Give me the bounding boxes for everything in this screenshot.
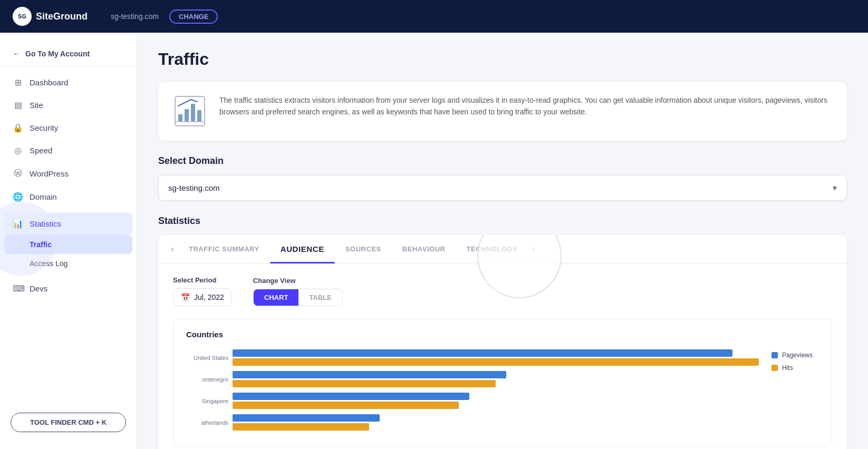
sidebar-subitem-traffic[interactable]: Traffic xyxy=(4,235,132,254)
go-to-account-link[interactable]: ← Go To My Account xyxy=(0,41,137,67)
bar-label: United States xyxy=(186,355,228,361)
sidebar-item-security[interactable]: 🔒 Security xyxy=(0,116,137,139)
svg-rect-4 xyxy=(197,110,201,122)
logo-area: SG SiteGround xyxy=(13,7,88,26)
bar-group xyxy=(233,371,759,387)
tabs-bar: ‹ TRAFFIC SUMMARY AUDIENCE SOURCES BEHAV… xyxy=(158,235,847,263)
pageviews-bar xyxy=(233,393,469,400)
bar-row: Singapore xyxy=(186,393,759,409)
change-view-label: Change View xyxy=(253,277,343,285)
bar-group xyxy=(233,349,759,366)
sidebar-item-site[interactable]: ▤ Site xyxy=(0,94,137,116)
pageviews-bar xyxy=(233,414,380,422)
statistics-panel: ‹ TRAFFIC SUMMARY AUDIENCE SOURCES BEHAV… xyxy=(158,235,847,449)
logo-text: SiteGround xyxy=(36,11,88,22)
hits-label: Hits xyxy=(782,364,793,372)
pageviews-label: Pageviews xyxy=(782,352,813,359)
statistics-icon: 📊 xyxy=(13,219,23,229)
countries-title: Countries xyxy=(186,330,819,339)
domain-select[interactable]: sg-testing.com ▾ xyxy=(158,175,847,201)
bar-row: United States xyxy=(186,349,759,366)
countries-chart: Countries United StatesontenegroSingapor… xyxy=(173,319,832,447)
period-value: Jul, 2022 xyxy=(194,293,224,301)
sidebar: ← Go To My Account ⊞ Dashboard ▤ Site 🔒 … xyxy=(0,33,137,449)
sidebar-subitem-access-log[interactable]: Access Log xyxy=(0,254,137,273)
sidebar-item-devs[interactable]: ⌨ Devs xyxy=(0,277,137,300)
hits-bar xyxy=(233,380,496,387)
speed-icon: ◎ xyxy=(13,145,23,155)
devs-icon: ⌨ xyxy=(13,284,23,294)
controls-row: Select Period 📅 Jul, 2022 Change View CH… xyxy=(173,276,832,306)
sidebar-item-wordpress[interactable]: Ⓦ WordPress xyxy=(0,162,137,186)
chart-view-button[interactable]: CHART xyxy=(254,289,299,306)
dropdown-arrow-icon: ▾ xyxy=(833,183,837,193)
change-domain-button[interactable]: CHANGE xyxy=(169,9,218,24)
sidebar-item-speed[interactable]: ◎ Speed xyxy=(0,139,137,162)
view-control: Change View CHART TABLE xyxy=(253,277,343,306)
bar-row: atherlands xyxy=(186,414,759,431)
period-control: Select Period 📅 Jul, 2022 xyxy=(173,276,232,306)
tab-sources[interactable]: SOURCES xyxy=(335,236,392,262)
sidebar-item-statistics[interactable]: 📊 Statistics xyxy=(4,212,132,235)
table-view-button[interactable]: TABLE xyxy=(298,289,342,306)
bar-group xyxy=(233,393,759,409)
domain-icon: 🌐 xyxy=(13,192,23,202)
svg-rect-1 xyxy=(178,114,182,122)
view-toggle: CHART TABLE xyxy=(253,289,343,306)
legend-pageviews: Pageviews xyxy=(771,352,819,359)
tab-technology[interactable]: TECHNOLOGY xyxy=(456,236,528,262)
security-icon: 🔒 xyxy=(13,123,23,133)
bar-group xyxy=(233,414,759,431)
wordpress-icon: Ⓦ xyxy=(13,168,23,179)
legend-hits: Hits xyxy=(771,364,819,372)
tool-finder-button[interactable]: TOOL FINDER CMD + K xyxy=(11,413,126,432)
bar-label: ontenegro xyxy=(186,376,228,383)
tab-behaviour[interactable]: BEHAVIOUR xyxy=(392,236,456,262)
bars-container: United StatesontenegroSingaporeatherland… xyxy=(186,349,759,436)
bar-label: Singapore xyxy=(186,398,228,404)
selected-domain-value: sg-testing.com xyxy=(168,183,220,192)
svg-rect-2 xyxy=(185,109,189,122)
svg-rect-3 xyxy=(191,104,195,122)
pageviews-bar xyxy=(233,349,732,357)
domain-label: sg-testing.com xyxy=(111,12,159,21)
tab-prev-arrow[interactable]: ‹ xyxy=(167,243,178,255)
hits-bar xyxy=(233,423,369,431)
traffic-chart-icon xyxy=(173,94,207,128)
top-nav: SG SiteGround sg-testing.com CHANGE xyxy=(0,0,868,33)
tab-audience[interactable]: AUDIENCE xyxy=(270,235,335,263)
sidebar-item-dashboard[interactable]: ⊞ Dashboard xyxy=(0,71,137,94)
stats-content: Select Period 📅 Jul, 2022 Change View CH… xyxy=(158,263,847,449)
logo-icon: SG xyxy=(13,7,32,26)
tab-next-arrow[interactable]: › xyxy=(528,243,539,255)
statistics-section-label: Statistics xyxy=(158,216,847,227)
dashboard-icon: ⊞ xyxy=(13,77,23,87)
period-input[interactable]: 📅 Jul, 2022 xyxy=(173,288,232,306)
bar-label: atherlands xyxy=(186,419,228,426)
sidebar-item-domain[interactable]: 🌐 Domain xyxy=(0,186,137,208)
calendar-icon: 📅 xyxy=(181,293,190,301)
pageviews-bar xyxy=(233,371,506,378)
main-content: Traffic The traffic statistics extracts … xyxy=(137,33,868,449)
tab-traffic-summary[interactable]: TRAFFIC SUMMARY xyxy=(178,236,270,262)
bar-row: ontenegro xyxy=(186,371,759,387)
info-card: The traffic statistics extracts visitors… xyxy=(158,82,847,141)
pageviews-dot xyxy=(771,352,778,358)
page-title: Traffic xyxy=(158,50,847,69)
hits-bar xyxy=(233,402,459,409)
chart-area: United StatesontenegroSingaporeatherland… xyxy=(186,349,819,436)
select-domain-label: Select Domain xyxy=(158,155,847,167)
site-icon: ▤ xyxy=(13,100,23,110)
back-arrow-icon: ← xyxy=(13,50,20,58)
info-description: The traffic statistics extracts visitors… xyxy=(219,94,832,118)
hits-dot xyxy=(771,365,778,371)
hits-bar xyxy=(233,358,759,366)
period-label: Select Period xyxy=(173,276,232,284)
chart-legend: Pageviews Hits xyxy=(771,349,819,436)
